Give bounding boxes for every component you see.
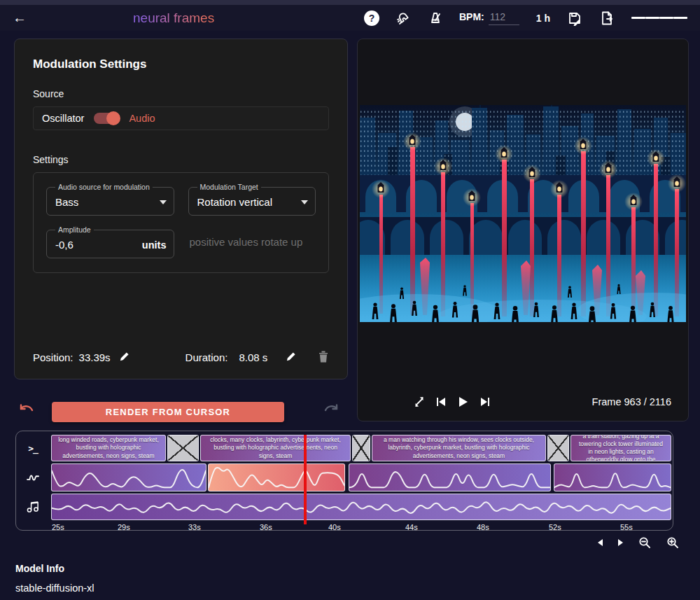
time-tick: 40s	[328, 523, 341, 531]
modulation-target-select[interactable]: Modulation Target Rotation vertical	[188, 183, 316, 216]
time-axis: 25s 29s 33s 36s 40s 44s 48s 52s 55s	[50, 522, 671, 533]
save-icon[interactable]	[567, 11, 582, 26]
bpm-input[interactable]: 112	[489, 11, 519, 25]
modulation-segment[interactable]	[349, 463, 551, 491]
modulation-segment[interactable]	[554, 463, 671, 491]
redo-icon[interactable]	[323, 404, 340, 421]
amplitude-input[interactable]: -0,6	[55, 239, 74, 251]
time-tick: 33s	[188, 523, 201, 531]
model-name: stable-diffusion-xl	[15, 582, 700, 594]
time-tick: 48s	[477, 523, 489, 531]
toggle-knob	[106, 111, 120, 125]
settings-box: Audio source for modulation Bass Modulat…	[33, 172, 329, 273]
prompt-track-icon: >_	[16, 435, 50, 461]
zoom-out-icon[interactable]	[638, 536, 651, 549]
modulation-segment-selected[interactable]	[208, 463, 345, 491]
back-arrow-icon[interactable]: ←	[13, 10, 34, 26]
audio-source-value: Bass	[55, 196, 78, 208]
modulation-segment[interactable]	[51, 463, 206, 491]
help-icon[interactable]: ?	[364, 11, 379, 26]
export-icon[interactable]	[599, 11, 615, 26]
skip-to-start-icon[interactable]	[436, 397, 447, 407]
app-logo: neural frames	[133, 11, 214, 26]
edit-duration-icon[interactable]	[286, 351, 296, 364]
modulation-track-icon	[16, 463, 50, 491]
delete-modulation-icon[interactable]	[318, 350, 329, 365]
settings-label: Settings	[33, 154, 329, 165]
panel-title: Modulation Settings	[33, 57, 329, 71]
amplitude-hint: positive values rotate up	[188, 225, 316, 258]
audio-segment[interactable]	[51, 494, 671, 520]
audio-source-label: Audio source for modulation	[55, 183, 153, 191]
crossfade-segment[interactable]	[547, 435, 569, 461]
modulation-settings-panel: Modulation Settings Source Oscillator Au…	[14, 39, 348, 379]
video-preview-frame	[360, 105, 686, 322]
fullscreen-icon[interactable]	[414, 396, 425, 407]
top-strip	[0, 0, 700, 5]
prompt-segment[interactable]: a train station, gazing up at a towering…	[570, 435, 671, 461]
time-tick: 29s	[118, 523, 130, 531]
prompt-segment[interactable]: a man watching through his window, sees …	[372, 435, 546, 461]
metronome-icon[interactable]	[428, 11, 442, 25]
amplitude-field[interactable]: Amplitude -0,6 units	[46, 225, 174, 258]
time-tick: 55s	[620, 523, 633, 531]
bpm-control: BPM: 112	[459, 11, 519, 25]
edit-position-icon[interactable]	[119, 351, 130, 364]
source-toggle[interactable]	[94, 113, 119, 124]
timeline: >_ long winded roads, cyberpunk market, …	[15, 431, 673, 531]
time-tick: 25s	[52, 523, 64, 531]
position-value: 33.39s	[79, 351, 111, 363]
time-tick: 52s	[549, 523, 561, 531]
scroll-left-icon[interactable]	[598, 539, 603, 546]
amplitude-unit: units	[142, 239, 167, 251]
chevron-down-icon	[301, 200, 308, 204]
play-icon[interactable]	[458, 396, 468, 407]
zoom-in-icon[interactable]	[666, 536, 679, 549]
video-preview-panel: Frame 963 / 2116	[357, 39, 689, 421]
duration-label: Duration:	[186, 351, 228, 363]
time-tick: 44s	[405, 523, 418, 531]
total-duration: 1 h	[536, 13, 550, 24]
duration-value: 8.08 s	[239, 351, 267, 363]
source-label: Source	[33, 88, 329, 99]
menu-icon[interactable]	[631, 15, 687, 20]
source-option-oscillator[interactable]: Oscillator	[42, 113, 84, 124]
audio-track	[50, 494, 671, 520]
magnet-icon[interactable]	[396, 11, 412, 26]
audio-source-select[interactable]: Audio source for modulation Bass	[46, 183, 174, 216]
amplitude-label: Amplitude	[55, 225, 94, 234]
frame-counter: Frame 963 / 2116	[592, 396, 671, 407]
scroll-right-icon[interactable]	[618, 539, 623, 546]
modulation-target-value: Rotation vertical	[197, 196, 273, 208]
crossfade-segment[interactable]	[167, 435, 199, 461]
time-tick: 36s	[260, 523, 272, 531]
chevron-down-icon	[160, 200, 167, 204]
prompt-segment[interactable]: clocks, many clocks, labyrinth, cyberpun…	[200, 435, 351, 461]
crossfade-segment[interactable]	[352, 435, 370, 461]
skip-to-end-icon[interactable]	[479, 397, 490, 407]
prompt-segment[interactable]: long winded roads, cyberpunk market, bus…	[51, 435, 166, 461]
source-option-audio[interactable]: Audio	[129, 113, 155, 124]
audio-track-icon	[16, 494, 50, 520]
modulation-target-label: Modulation Target	[197, 183, 261, 191]
modulation-track	[50, 463, 671, 491]
source-selector: Oscillator Audio	[33, 106, 329, 130]
render-from-cursor-button[interactable]: RENDER FROM CURSOR	[52, 402, 284, 422]
position-label: Position:	[33, 351, 74, 363]
model-info-title: Model Info	[15, 563, 700, 574]
prompt-track: long winded roads, cyberpunk market, bus…	[50, 435, 671, 461]
playhead-cursor[interactable]	[304, 435, 307, 524]
bpm-label: BPM:	[459, 11, 484, 22]
undo-icon[interactable]	[18, 404, 35, 421]
app-header: ← neural frames ? BPM: 112 1 h	[0, 5, 700, 31]
model-info: Model Info stable-diffusion-xl	[15, 563, 700, 594]
